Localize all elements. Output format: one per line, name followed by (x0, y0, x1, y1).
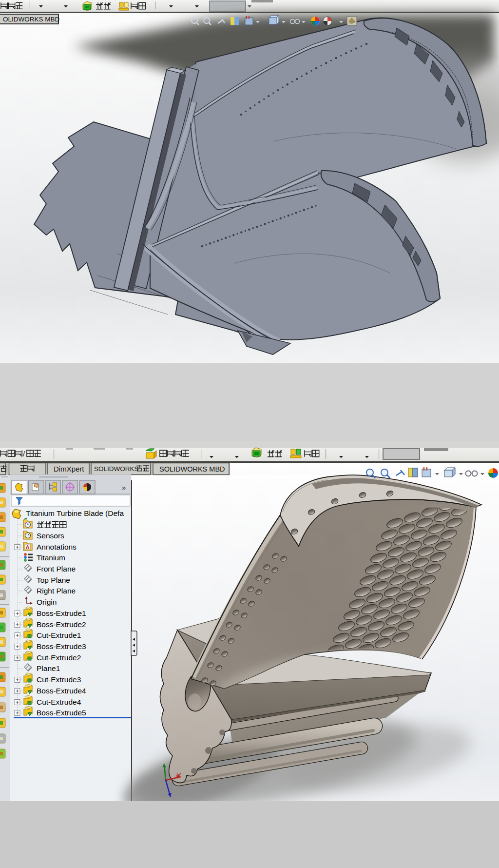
svg-text:DimXpert: DimXpert (54, 465, 84, 473)
svg-text:Origin: Origin (37, 598, 57, 606)
svg-text:Cut-Extrude3: Cut-Extrude3 (37, 675, 81, 684)
svg-text:Boss-Extrude4: Boss-Extrude4 (37, 687, 86, 695)
svg-text:Plane1: Plane1 (37, 664, 60, 672)
svg-text:Sensors: Sensors (37, 532, 64, 540)
svg-text:Boss-Extrude2: Boss-Extrude2 (37, 620, 86, 629)
svg-text:Right Plane: Right Plane (37, 587, 76, 595)
svg-text:Front Plane: Front Plane (37, 565, 76, 573)
svg-text:Cut-Extrude2: Cut-Extrude2 (37, 653, 81, 662)
svg-text:OLIDWORKS MBD: OLIDWORKS MBD (3, 16, 60, 23)
svg-text:Boss-Extrude5: Boss-Extrude5 (37, 709, 86, 717)
svg-text:Boss-Extrude1: Boss-Extrude1 (37, 609, 86, 617)
svg-text:SOLIDWORKS: SOLIDWORKS (94, 465, 139, 473)
svg-text:»: » (122, 483, 126, 492)
svg-text:Titanium Turbine Blade (Defa: Titanium Turbine Blade (Defa (26, 509, 124, 517)
svg-text:Annotations: Annotations (37, 543, 77, 551)
svg-text:Boss-Extrude3: Boss-Extrude3 (37, 642, 86, 651)
svg-text:Top Plane: Top Plane (37, 576, 70, 584)
svg-text:/: / (23, 450, 25, 458)
svg-text:Titanium: Titanium (37, 553, 65, 562)
svg-text:SOLIDWORKS MBD: SOLIDWORKS MBD (159, 465, 225, 473)
svg-text:Cut-Extrude4: Cut-Extrude4 (37, 698, 81, 706)
svg-text:Cut-Extrude1: Cut-Extrude1 (37, 631, 81, 639)
svg-text:A: A (26, 544, 30, 550)
